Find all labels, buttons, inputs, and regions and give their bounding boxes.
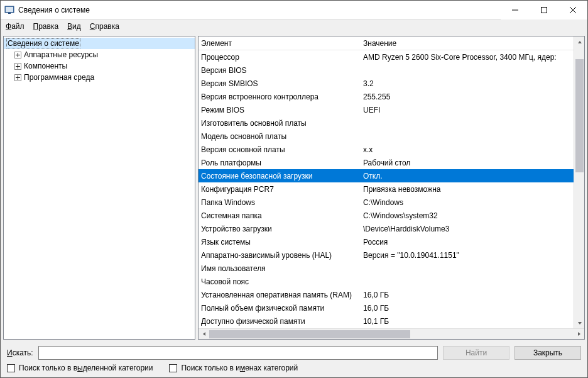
app-icon [4,5,14,15]
cell-element: Имя пользователя [199,264,361,273]
cell-element: Модель основной платы [199,132,361,141]
search-bar: Искать: Найти Закрыть Поиск только в выд… [1,342,587,377]
search-selected-category-checkbox[interactable]: Поиск только в выделенной категории [7,364,153,372]
search-label: Искать: [7,348,33,357]
table-header[interactable]: Элемент Значение [199,36,574,50]
vertical-scrollbar[interactable] [574,36,584,328]
table-row[interactable]: Папка WindowsC:\Windows [199,196,574,209]
table-row[interactable]: Устройство загрузки\Device\HarddiskVolum… [199,222,574,235]
cell-element: Версия SMBIOS [199,79,361,88]
cell-element: Роль платформы [199,158,361,167]
table-row[interactable]: Системная папкаC:\Windows\system32 [199,209,574,222]
detail-table[interactable]: Элемент Значение ПроцессорAMD Ryzen 5 26… [199,36,574,328]
table-row[interactable]: Состояние безопасной загрузкиОткл. [199,169,574,182]
table-row[interactable]: ПроцессорAMD Ryzen 5 2600 Six-Core Proce… [199,50,574,64]
cell-value: x.x [361,145,574,154]
category-tree[interactable]: Сведения о системе Аппаратные ресурсыКом… [3,36,195,340]
table-row[interactable]: Версия BIOS [199,64,574,77]
scroll-thumb[interactable] [575,59,584,172]
table-row[interactable]: Имя пользователя [199,262,574,275]
table-row[interactable]: Роль платформыРабочий стол [199,156,574,169]
tree-item-label: Компоненты [24,62,67,70]
cell-element: Язык системы [199,238,361,247]
cell-value: 16,0 ГБ [361,291,574,299]
cell-value: 3.2 [361,79,574,88]
table-row[interactable]: Режим BIOSUEFI [199,103,574,116]
horizontal-scrollbar[interactable] [199,328,584,339]
table-row[interactable]: Модель основной платы [199,130,574,143]
tree-item-label: Программная среда [24,73,94,82]
maximize-button[interactable] [530,1,558,19]
scroll-left-icon[interactable] [199,329,209,340]
menu-view[interactable]: Вид [67,22,81,31]
scroll-down-icon[interactable] [574,318,584,328]
cell-value: 10,1 ГБ [361,317,574,326]
expand-icon[interactable] [14,62,21,70]
cell-value: AMD Ryzen 5 2600 Six-Core Processor, 340… [361,53,574,62]
cell-element: Конфигурация PCR7 [199,185,361,194]
cell-value: Рабочий стол [361,158,574,167]
detail-pane: Элемент Значение ПроцессорAMD Ryzen 5 26… [198,36,585,340]
cell-element: Версия основной платы [199,145,361,154]
tree-item[interactable]: Программная среда [4,72,195,83]
cell-value: Версия = "10.0.19041.1151" [361,251,574,260]
cell-value: 16,0 ГБ [361,304,574,313]
table-row[interactable]: Доступно физической памяти10,1 ГБ [199,314,574,328]
expand-icon[interactable] [14,51,21,58]
table-row[interactable]: Конфигурация PCR7Привязка невозможна [199,182,574,196]
table-row[interactable]: Изготовитель основной платы [199,116,574,130]
expand-icon[interactable] [14,74,21,81]
cell-element: Часовой пояс [199,277,361,286]
cell-element: Изготовитель основной платы [199,119,361,128]
cell-value: Откл. [361,172,574,181]
cell-element: Аппаратно-зависимый уровень (HAL) [199,251,361,260]
window-title: Сведения о системе [18,6,501,14]
cell-element: Доступно физической памяти [199,317,361,326]
cell-value: \Device\HarddiskVolume3 [361,225,574,233]
table-row[interactable]: Полный объем физической памяти16,0 ГБ [199,301,574,314]
svg-marker-18 [203,332,205,336]
hscroll-thumb[interactable] [209,330,410,338]
table-row[interactable]: Часовой пояс [199,275,574,288]
cell-element: Версия встроенного контроллера [199,92,361,101]
table-row[interactable]: Версия встроенного контроллера255.255 [199,90,574,103]
scroll-up-icon[interactable] [574,36,584,47]
minimize-button[interactable] [501,1,530,19]
tree-root[interactable]: Сведения о системе [4,38,195,49]
search-category-names-checkbox[interactable]: Поиск только в именах категорий [169,364,298,372]
svg-marker-17 [578,322,582,325]
close-button[interactable] [558,1,587,19]
header-element[interactable]: Элемент [199,39,361,48]
cell-element: Версия BIOS [199,66,361,75]
cell-value: UEFI [361,106,574,114]
table-row[interactable]: Версия SMBIOS3.2 [199,77,574,90]
cell-value: Привязка невозможна [361,185,574,194]
cell-element: Папка Windows [199,198,361,207]
cell-element: Режим BIOS [199,106,361,114]
system-info-window: Сведения о системе Файл Правка Вид Справ… [0,0,588,378]
cell-value: 255.255 [361,92,574,101]
tree-item[interactable]: Аппаратные ресурсы [4,49,195,60]
tree-item[interactable]: Компоненты [4,60,195,72]
search-input[interactable] [38,346,438,360]
menu-file[interactable]: Файл [6,22,24,31]
table-row[interactable]: Версия основной платыx.x [199,143,574,156]
table-row[interactable]: Установленная оперативная память (RAM)16… [199,288,574,301]
find-button[interactable]: Найти [443,346,509,360]
cell-element: Установленная оперативная память (RAM) [199,291,361,299]
header-value[interactable]: Значение [361,39,574,48]
cell-value: Россия [361,238,574,247]
close-search-button[interactable]: Закрыть [514,346,581,360]
scroll-right-icon[interactable] [574,329,584,340]
table-row[interactable]: Аппаратно-зависимый уровень (HAL)Версия … [199,248,574,262]
svg-rect-2 [8,13,11,14]
svg-rect-1 [6,7,13,12]
tree-item-label: Аппаратные ресурсы [24,50,98,59]
titlebar: Сведения о системе [1,1,587,19]
cell-element: Процессор [199,53,361,62]
table-row[interactable]: Язык системыРоссия [199,235,574,248]
menu-edit[interactable]: Правка [33,22,59,31]
cell-value: C:\Windows\system32 [361,211,574,220]
svg-marker-19 [578,332,580,336]
menu-help[interactable]: Справка [90,22,119,31]
